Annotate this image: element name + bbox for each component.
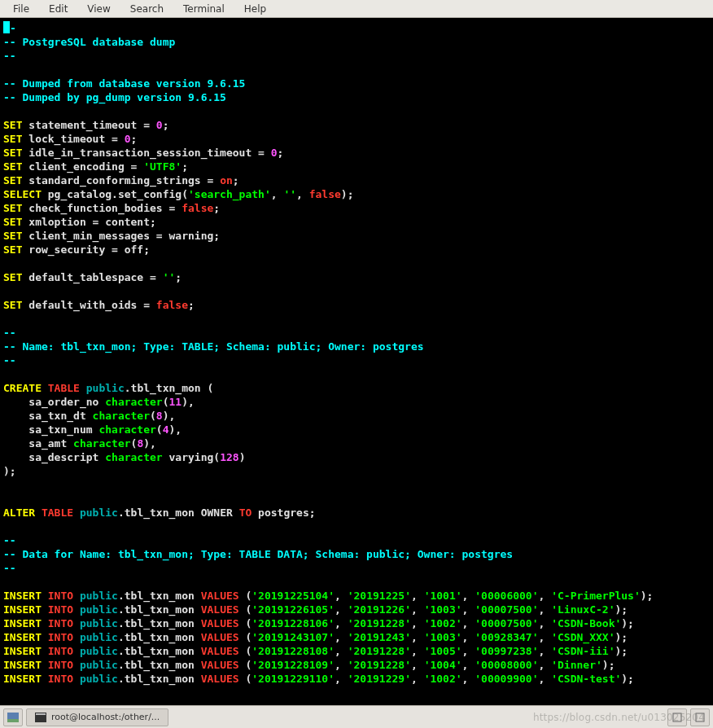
txt: postgres; [252, 507, 315, 519]
kw-character: character [98, 423, 155, 436]
menu-file[interactable]: File [3, 2, 39, 16]
comment-line: - [10, 22, 16, 34]
txt: row_security = off; [22, 243, 150, 256]
svg-rect-3 [36, 713, 46, 715]
str: '' [283, 188, 296, 200]
pc: ), [143, 437, 156, 450]
desktop-icon [7, 713, 19, 722]
col: sa_txn_num [3, 423, 98, 436]
comment-data-for: -- Data for Name: tbl_txn_mon; Type: TAB… [3, 548, 513, 560]
kw-set: SET [3, 230, 22, 242]
num: 8 [156, 410, 163, 422]
semi: ; [175, 271, 182, 283]
kw-character: character [93, 410, 150, 422]
varying: varying( [163, 451, 220, 463]
menu-view[interactable]: View [77, 2, 120, 16]
semi: ; [163, 119, 169, 131]
col: sa_amt [3, 437, 73, 450]
num: 128 [220, 451, 238, 463]
menu-search[interactable]: Search [120, 2, 173, 16]
comment-dash: -- [3, 327, 16, 339]
kw-alter: ALTER [3, 507, 35, 519]
col: sa_descript [3, 451, 105, 463]
kw-character: character [105, 396, 162, 408]
txt: , [296, 188, 309, 200]
kw-set: SET [3, 119, 22, 131]
txt: default_with_oids = [22, 299, 155, 311]
menu-help[interactable]: Help [234, 2, 276, 16]
semi: ; [131, 133, 138, 145]
menu-terminal[interactable]: Terminal [173, 2, 234, 16]
txt: .tbl_txn_mon OWNER [118, 507, 239, 519]
svg-rect-1 [7, 719, 19, 722]
pc: ), [169, 423, 182, 436]
terminal-icon [35, 713, 46, 722]
comment-title: -- PostgreSQL database dump [3, 36, 175, 48]
kw-set: SET [3, 160, 22, 173]
menu-edit[interactable]: Edit [39, 2, 77, 16]
txt: check_function_bodies = [22, 202, 182, 214]
close: ); [3, 465, 16, 477]
kw-set: SET [3, 202, 22, 214]
comment-dumped-by: -- Dumped by pg_dump version 9.6.15 [3, 91, 226, 103]
cursor-block [3, 21, 10, 33]
terminal-output[interactable]: - -- PostgreSQL database dump -- -- Dump… [0, 18, 713, 705]
col: sa_txn_dt [3, 410, 93, 422]
kw-to: TO [239, 507, 252, 519]
lp: ( [150, 410, 156, 422]
lp: ( [163, 396, 169, 408]
watermark-text: https://blog.csdn.net/u013025204 [533, 712, 705, 723]
lp: ( [156, 423, 163, 436]
pc: ), [163, 410, 176, 422]
txt: .tbl_txn_mon ( [125, 382, 214, 394]
kw-set: SET [3, 174, 22, 186]
semi: ; [182, 160, 188, 173]
semi: ; [233, 174, 239, 186]
kw-character: character [105, 451, 162, 463]
num: 4 [163, 423, 169, 436]
task-terminal[interactable]: root@localhost:/other/... [26, 708, 168, 726]
kw-set: SET [3, 271, 22, 283]
txt: pg_catalog.set_config( [42, 188, 188, 200]
pc: ), [182, 396, 195, 408]
kw-create: CREATE [3, 382, 42, 394]
semi: ; [188, 299, 195, 311]
kw-public: public [86, 382, 125, 394]
kw-public: public [80, 507, 118, 519]
semi: ; [278, 147, 284, 159]
insert-rows: INSERT INTO public.tbl_txn_mon VALUES ('… [3, 590, 653, 685]
str: 'search_path' [188, 188, 271, 200]
txt: xmloption = content; [22, 216, 155, 228]
rp: ) [239, 451, 246, 463]
num: 0 [271, 147, 278, 159]
comment-dash: -- [3, 50, 16, 62]
txt: idle_in_transaction_session_timeout = [22, 147, 270, 159]
taskbar: root@localhost:/other/... https://blog.c… [0, 705, 713, 728]
comment-name-tbl: -- Name: tbl_txn_mon; Type: TABLE; Schem… [3, 340, 424, 353]
kw-false: false [309, 188, 341, 200]
kw-select: SELECT [3, 188, 42, 200]
semi: ; [213, 202, 220, 214]
txt: standard_conforming_strings = [22, 174, 220, 186]
comment-dumped-from: -- Dumped from database version 9.6.15 [3, 77, 245, 90]
txt: lock_timeout = [22, 133, 124, 145]
comment-dash: -- [3, 562, 16, 574]
kw-on: on [220, 174, 233, 186]
comment-dash: -- [3, 354, 16, 366]
kw-set: SET [3, 216, 22, 228]
kw-character: character [73, 437, 130, 450]
kw-set: SET [3, 147, 22, 159]
menubar: File Edit View Search Terminal Help [0, 0, 713, 18]
kw-set: SET [3, 243, 22, 256]
num: 11 [169, 396, 182, 408]
txt: statement_timeout = [22, 119, 155, 131]
str: '' [163, 271, 176, 283]
txt: client_min_messages = warning; [22, 230, 220, 242]
num: 0 [125, 133, 131, 145]
kw-table: TABLE [42, 507, 73, 519]
txt: default_tablespace = [22, 271, 162, 283]
kw-table: TABLE [48, 382, 80, 394]
num: 0 [156, 119, 163, 131]
kw-set: SET [3, 299, 22, 311]
show-desktop-button[interactable] [3, 708, 23, 726]
